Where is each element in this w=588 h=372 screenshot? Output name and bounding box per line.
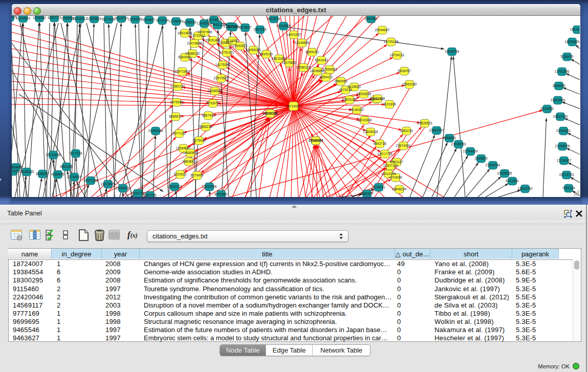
svg-text:13748244: 13748244 bbox=[169, 19, 184, 23]
svg-text:9875847: 9875847 bbox=[238, 26, 252, 29]
svg-text:11881122: 11881122 bbox=[170, 84, 185, 88]
svg-text:16705148: 16705148 bbox=[384, 40, 399, 43]
svg-text:6357277: 6357277 bbox=[48, 16, 61, 19]
svg-text:12414394: 12414394 bbox=[381, 172, 396, 176]
svg-text:18992829: 18992829 bbox=[565, 40, 580, 43]
svg-text:8029889: 8029889 bbox=[214, 192, 228, 196]
svg-text:8359183: 8359183 bbox=[306, 50, 319, 54]
svg-text:10848230: 10848230 bbox=[392, 187, 407, 191]
svg-text:8224730: 8224730 bbox=[115, 16, 128, 20]
svg-text:14275203: 14275203 bbox=[215, 63, 230, 67]
svg-text:13045349: 13045349 bbox=[197, 21, 212, 25]
svg-text:11584847: 11584847 bbox=[176, 146, 191, 150]
svg-text:12541238: 12541238 bbox=[210, 23, 225, 27]
svg-text:9436057: 9436057 bbox=[398, 69, 411, 73]
svg-text:22507109: 22507109 bbox=[383, 164, 398, 167]
svg-text:1218062: 1218062 bbox=[33, 16, 46, 19]
svg-text:14460856: 14460856 bbox=[183, 151, 198, 155]
svg-text:21754078: 21754078 bbox=[555, 144, 570, 148]
svg-text:9816145: 9816145 bbox=[259, 52, 273, 56]
svg-text:6482877: 6482877 bbox=[360, 192, 374, 195]
svg-text:2457954: 2457954 bbox=[253, 28, 267, 31]
svg-text:3333883: 3333883 bbox=[12, 165, 23, 169]
svg-text:23826523: 23826523 bbox=[418, 121, 432, 125]
svg-text:9958289: 9958289 bbox=[443, 136, 456, 140]
svg-text:4245263: 4245263 bbox=[183, 20, 197, 24]
svg-text:12416912: 12416912 bbox=[73, 17, 88, 20]
svg-text:20615450: 20615450 bbox=[272, 57, 287, 60]
svg-text:5793975: 5793975 bbox=[206, 101, 220, 105]
svg-text:8811165: 8811165 bbox=[60, 165, 73, 168]
svg-text:13701506: 13701506 bbox=[555, 70, 570, 73]
svg-text:19085076: 19085076 bbox=[246, 48, 261, 52]
svg-text:9887903: 9887903 bbox=[202, 114, 215, 117]
svg-text:3644095: 3644095 bbox=[552, 84, 565, 87]
svg-text:7452134: 7452134 bbox=[562, 186, 575, 190]
svg-text:13146585: 13146585 bbox=[295, 41, 310, 45]
svg-text:13421212: 13421212 bbox=[167, 185, 182, 188]
svg-text:5685216: 5685216 bbox=[199, 125, 212, 128]
svg-text:12294238: 12294238 bbox=[128, 17, 143, 21]
svg-text:17559643: 17559643 bbox=[322, 68, 337, 71]
svg-text:19688132: 19688132 bbox=[185, 52, 200, 55]
svg-text:8813014: 8813014 bbox=[267, 17, 280, 20]
svg-text:9275445: 9275445 bbox=[192, 139, 206, 142]
svg-text:3131636: 3131636 bbox=[383, 102, 396, 106]
svg-text:1385239: 1385239 bbox=[400, 129, 413, 133]
svg-text:10334531: 10334531 bbox=[16, 16, 31, 20]
svg-text:22093651: 22093651 bbox=[556, 129, 571, 133]
svg-text:22744459: 22744459 bbox=[463, 149, 478, 153]
svg-text:6457765: 6457765 bbox=[143, 193, 157, 197]
svg-text:22306335: 22306335 bbox=[497, 171, 512, 175]
svg-text:10710248: 10710248 bbox=[46, 153, 61, 157]
svg-text:6217026: 6217026 bbox=[102, 17, 115, 21]
svg-text:8685577: 8685577 bbox=[169, 115, 182, 118]
svg-text:22330030: 22330030 bbox=[116, 186, 130, 190]
svg-text:8134562: 8134562 bbox=[226, 39, 239, 42]
svg-text:13134457: 13134457 bbox=[557, 159, 572, 162]
svg-text:20994697: 20994697 bbox=[375, 28, 390, 32]
svg-text:9953167: 9953167 bbox=[390, 160, 403, 164]
svg-text:9983893: 9983893 bbox=[182, 160, 195, 163]
svg-text:20053346: 20053346 bbox=[148, 129, 163, 133]
svg-text:19017734: 19017734 bbox=[378, 152, 393, 156]
svg-text:21439044: 21439044 bbox=[486, 163, 500, 167]
svg-text:23971842: 23971842 bbox=[175, 70, 190, 73]
svg-text:23874404: 23874404 bbox=[396, 144, 411, 147]
svg-text:6742460: 6742460 bbox=[506, 179, 519, 183]
svg-text:8369062: 8369062 bbox=[178, 55, 191, 59]
svg-text:20372723: 20372723 bbox=[559, 173, 574, 177]
svg-text:4843718: 4843718 bbox=[373, 142, 386, 145]
svg-text:16396513: 16396513 bbox=[208, 89, 223, 93]
svg-text:16033809: 16033809 bbox=[207, 18, 222, 21]
svg-text:23002135: 23002135 bbox=[263, 112, 278, 115]
svg-text:13754919: 13754919 bbox=[67, 175, 82, 179]
svg-text:4679214: 4679214 bbox=[339, 88, 352, 92]
svg-text:18724007: 18724007 bbox=[286, 104, 301, 108]
svg-text:10837430: 10837430 bbox=[553, 115, 568, 118]
svg-text:4050413: 4050413 bbox=[319, 75, 333, 79]
svg-text:19563180: 19563180 bbox=[402, 82, 417, 86]
svg-text:13910648: 13910648 bbox=[357, 118, 372, 122]
svg-text:4429607: 4429607 bbox=[142, 18, 156, 21]
svg-text:4389045: 4389045 bbox=[51, 172, 64, 176]
svg-text:13732411: 13732411 bbox=[191, 34, 206, 37]
svg-text:19523409: 19523409 bbox=[551, 98, 565, 102]
svg-text:4743069: 4743069 bbox=[389, 176, 402, 179]
svg-text:8079409: 8079409 bbox=[190, 173, 204, 177]
svg-text:8646997: 8646997 bbox=[36, 172, 49, 176]
svg-text:19218506: 19218506 bbox=[276, 24, 291, 28]
svg-text:3220921: 3220921 bbox=[173, 172, 187, 176]
svg-text:22570529: 22570529 bbox=[214, 76, 229, 80]
svg-text:23487347: 23487347 bbox=[429, 128, 444, 132]
svg-text:15165337: 15165337 bbox=[350, 108, 364, 112]
svg-text:10057945: 10057945 bbox=[198, 30, 212, 34]
svg-text:2537611: 2537611 bbox=[12, 169, 19, 173]
svg-text:10327246: 10327246 bbox=[83, 179, 98, 182]
svg-text:5641643: 5641643 bbox=[315, 58, 328, 62]
svg-text:14401657: 14401657 bbox=[287, 33, 301, 36]
svg-text:18754131: 18754131 bbox=[390, 53, 405, 57]
svg-text:17751421: 17751421 bbox=[220, 51, 234, 54]
svg-text:16415740: 16415740 bbox=[570, 28, 580, 31]
svg-text:2687682: 2687682 bbox=[364, 17, 378, 20]
